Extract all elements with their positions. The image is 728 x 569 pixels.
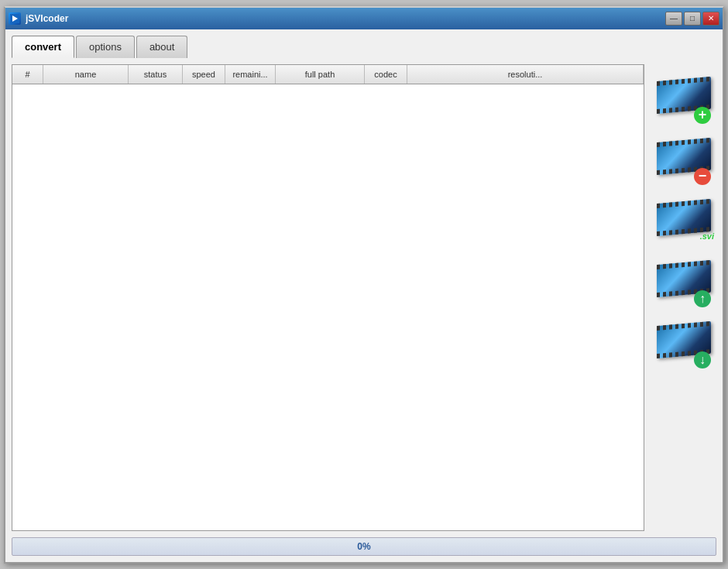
remove-badge: − [694, 168, 711, 185]
maximize-button[interactable]: □ [684, 12, 701, 26]
col-header-name: name [43, 65, 129, 84]
col-header-status: status [129, 65, 183, 84]
svi-badge: .svi [700, 228, 714, 245]
window-content: convert options about # name status spee… [5, 29, 723, 562]
tab-convert[interactable]: convert [12, 36, 74, 58]
table-body[interactable] [12, 84, 644, 530]
titlebar-left: jSVIcoder [9, 12, 68, 25]
col-header-resolution: resoluti... [407, 65, 644, 84]
close-button[interactable]: ✕ [702, 12, 719, 26]
progress-label: 0% [357, 541, 370, 552]
progress-bar: 0% [12, 537, 716, 556]
app-icon [9, 12, 21, 25]
down-badge: ↓ [694, 351, 711, 368]
col-header-remaining: remaini... [225, 65, 276, 84]
add-file-button[interactable]: + [654, 67, 713, 125]
col-header-num: # [12, 65, 43, 84]
file-table: # name status speed remaini... full path… [12, 64, 644, 531]
progress-area: 0% [12, 537, 716, 556]
main-window: jSVIcoder — □ ✕ convert options about # … [4, 6, 724, 564]
tab-about[interactable]: about [136, 36, 188, 58]
tab-bar: convert options about [12, 36, 716, 58]
main-area: # name status speed remaini... full path… [12, 64, 716, 531]
move-up-button[interactable]: ↑ [654, 251, 713, 309]
table-header: # name status speed remaini... full path… [12, 65, 644, 84]
titlebar-controls: — □ ✕ [665, 12, 719, 26]
app-title: jSVIcoder [26, 13, 68, 24]
titlebar: jSVIcoder — □ ✕ [5, 8, 723, 29]
tab-options[interactable]: options [76, 36, 135, 58]
remove-file-button[interactable]: − [654, 129, 713, 187]
minimize-button[interactable]: — [665, 12, 682, 26]
sidebar: + − .svi [651, 64, 716, 531]
col-header-speed: speed [183, 65, 225, 84]
svi-button[interactable]: .svi [654, 190, 713, 248]
move-down-button[interactable]: ↓ [654, 312, 713, 370]
up-badge: ↑ [694, 290, 711, 307]
col-header-fullpath: full path [276, 65, 365, 84]
col-header-codec: codec [365, 65, 407, 84]
add-badge: + [694, 107, 711, 124]
